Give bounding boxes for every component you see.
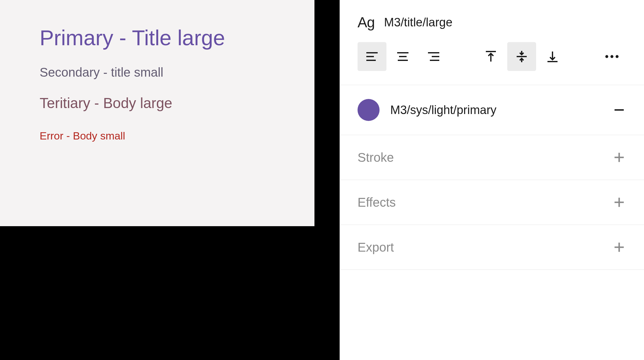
- add-export-button[interactable]: [612, 240, 626, 254]
- align-right-icon: [426, 49, 441, 64]
- align-top-icon: [483, 49, 498, 64]
- typography-icon: Ag: [358, 14, 375, 31]
- stroke-label: Stroke: [358, 150, 394, 165]
- alignment-controls: [358, 42, 626, 71]
- align-center-button[interactable]: [388, 42, 417, 71]
- plus-icon: [612, 240, 626, 254]
- text-style-row[interactable]: Ag M3/title/large: [358, 14, 626, 31]
- align-middle-button[interactable]: [507, 42, 536, 71]
- canvas-frame[interactable]: Primary - Title large Secondary - title …: [0, 0, 314, 226]
- add-stroke-button[interactable]: [612, 150, 626, 165]
- minus-icon: [612, 103, 626, 117]
- fill-color-swatch[interactable]: [358, 99, 380, 121]
- align-left-button[interactable]: [358, 42, 386, 71]
- align-right-button[interactable]: [419, 42, 448, 71]
- plus-icon: [612, 195, 626, 209]
- text-secondary-title-small[interactable]: Secondary - title small: [40, 65, 277, 79]
- remove-fill-button[interactable]: [612, 103, 626, 117]
- fill-section[interactable]: M3/sys/light/primary: [340, 85, 644, 135]
- text-style-section: Ag M3/title/large: [340, 0, 644, 85]
- stroke-section[interactable]: Stroke: [340, 135, 644, 180]
- canvas-area[interactable]: Primary - Title large Secondary - title …: [0, 0, 340, 360]
- effects-section[interactable]: Effects: [340, 180, 644, 225]
- horizontal-align-group: [358, 42, 448, 71]
- effects-label: Effects: [358, 195, 396, 210]
- align-bottom-icon: [545, 49, 560, 64]
- align-bottom-button[interactable]: [538, 42, 567, 71]
- vertical-align-group: [476, 42, 567, 71]
- inspector-panel: Ag M3/title/large: [340, 0, 644, 360]
- svg-point-16: [605, 55, 608, 58]
- export-label: Export: [358, 240, 394, 254]
- more-horizontal-icon: [603, 48, 621, 65]
- text-primary-title-large[interactable]: Primary - Title large: [40, 25, 277, 51]
- align-top-button[interactable]: [476, 42, 505, 71]
- svg-point-17: [610, 55, 613, 58]
- export-section[interactable]: Export: [340, 225, 644, 270]
- align-left-icon: [364, 49, 380, 64]
- text-tertiary-body-large[interactable]: Teritiary - Body large: [40, 95, 277, 112]
- add-effect-button[interactable]: [612, 195, 626, 210]
- text-error-body-small[interactable]: Error - Body small: [40, 130, 277, 142]
- svg-point-18: [616, 55, 619, 58]
- plus-icon: [612, 150, 626, 164]
- fill-style-name: M3/sys/light/primary: [390, 103, 497, 117]
- align-middle-icon: [514, 49, 529, 64]
- align-center-icon: [395, 49, 410, 64]
- type-settings-button[interactable]: [597, 42, 626, 71]
- text-style-name: M3/title/large: [384, 16, 452, 29]
